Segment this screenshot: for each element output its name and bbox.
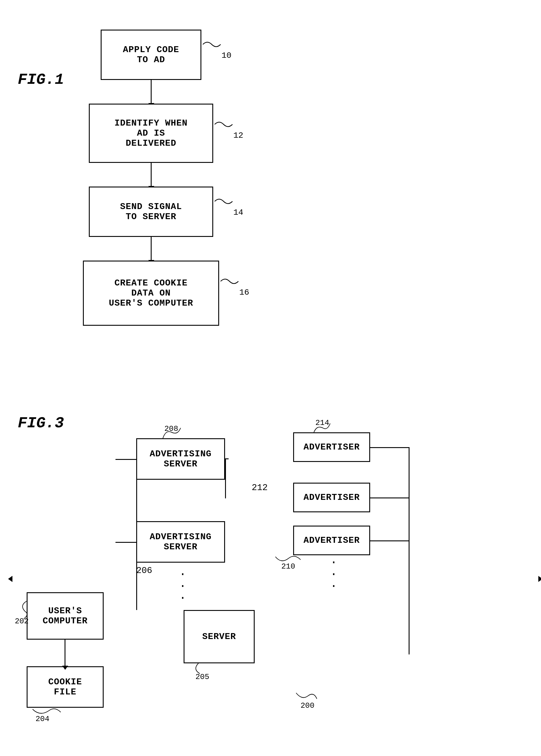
users-computer: USER'SCOMPUTER xyxy=(27,592,104,640)
line-advbot-left xyxy=(116,542,136,543)
advertiser-top: ADVERTISER xyxy=(293,432,370,462)
adv-server-bot: ADVERTISINGSERVER xyxy=(136,521,225,563)
line-advtop-down xyxy=(136,459,137,610)
ref14-squiggle: 14 xyxy=(213,198,243,222)
arrow-10-12 xyxy=(151,80,152,104)
ref205-squiggle: 205 xyxy=(187,662,216,680)
svg-text:205: 205 xyxy=(196,672,209,681)
svg-text:204: 204 xyxy=(36,715,49,723)
svg-text:208: 208 xyxy=(164,424,178,433)
ref212: 212 xyxy=(252,483,268,493)
advertiser-bot: ADVERTISER xyxy=(293,526,370,555)
box-apply-code: APPLY CODETO AD xyxy=(101,30,201,80)
arrow-12-14 xyxy=(151,163,152,187)
advertiser-bot-text: ADVERTISER xyxy=(303,536,360,546)
line-v-212 xyxy=(225,458,226,498)
fig3-label: FIG.3 xyxy=(18,415,64,432)
box-identify: IDENTIFY WHENAD ISDELIVERED xyxy=(89,104,213,163)
svg-text:200: 200 xyxy=(300,701,314,710)
ref200-squiggle: 200 xyxy=(278,690,323,711)
line-adv214-right xyxy=(370,447,409,448)
box-apply-code-text: APPLY CODETO AD xyxy=(123,45,179,65)
ref210-squiggle: 210 xyxy=(272,554,308,570)
fig3-container: FIG.3 ADVERTISINGSERVER 208 ADVERTISINGS… xyxy=(12,409,539,749)
ref204-squiggle: 204 xyxy=(30,706,65,723)
line-adv210-right xyxy=(370,541,409,541)
svg-text:16: 16 xyxy=(239,288,249,297)
advertiser-mid-text: ADVERTISER xyxy=(303,493,360,503)
svg-text:210: 210 xyxy=(281,562,295,571)
line-advtop-left xyxy=(116,459,136,460)
box-send-signal-text: SEND SIGNALTO SERVER xyxy=(120,202,182,222)
server-box: SERVER xyxy=(184,610,255,663)
box-create-cookie: CREATE COOKIEDATA ONUSER'S COMPUTER xyxy=(83,260,219,326)
dots-servers: ··· xyxy=(179,568,186,604)
adv-server-top: ADVERTISINGSERVER xyxy=(136,438,225,480)
ref10-squiggle: 10 xyxy=(201,41,231,65)
arrow-14-16 xyxy=(151,237,152,260)
advertiser-mid: ADVERTISER xyxy=(293,483,370,512)
svg-text:12: 12 xyxy=(233,131,244,140)
svg-text:14: 14 xyxy=(233,208,244,217)
server-text: SERVER xyxy=(202,632,236,642)
adv-server-bot-text: ADVERTISINGSERVER xyxy=(150,532,212,552)
adv-server-top-text: ADVERTISINGSERVER xyxy=(150,449,212,469)
box-send-signal: SEND SIGNALTO SERVER xyxy=(89,187,213,237)
ref16-squiggle: 16 xyxy=(219,278,249,302)
fig1-label: FIG.1 xyxy=(18,71,64,89)
svg-text:214: 214 xyxy=(315,418,329,427)
arrow-user-cookie xyxy=(65,640,65,666)
dots-advertisers: ··· xyxy=(330,557,337,592)
svg-text:10: 10 xyxy=(222,51,232,60)
line-adv212-right xyxy=(370,498,409,498)
svg-text:202: 202 xyxy=(15,617,29,626)
box-create-cookie-text: CREATE COOKIEDATA ONUSER'S COMPUTER xyxy=(109,278,193,308)
line-bridge1 xyxy=(226,458,229,459)
ref206: 206 xyxy=(136,566,152,576)
ref214-squiggle: 214 xyxy=(308,421,337,435)
line-right-main xyxy=(409,447,409,654)
ref208-squiggle: 208 xyxy=(154,426,190,443)
cookie-file: COOKIEFILE xyxy=(27,666,104,708)
users-computer-text: USER'SCOMPUTER xyxy=(43,606,88,626)
fig1-container: FIG.1 APPLY CODETO AD 10 IDENTIFY WHENAD… xyxy=(12,12,255,391)
ref12-squiggle: 12 xyxy=(213,122,243,145)
advertiser-top-text: ADVERTISER xyxy=(303,442,360,452)
box-identify-text: IDENTIFY WHENAD ISDELIVERED xyxy=(114,118,188,148)
ref202-squiggle: 202 xyxy=(15,598,33,622)
cookie-file-text: COOKIEFILE xyxy=(48,677,82,697)
